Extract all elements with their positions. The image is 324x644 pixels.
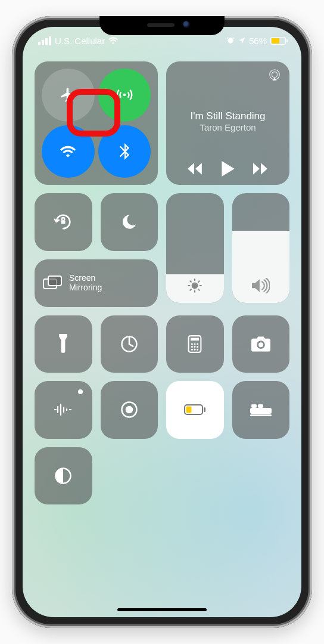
- svg-point-12: [197, 343, 198, 345]
- voice-memo-button[interactable]: [35, 381, 92, 439]
- media-module[interactable]: I'm Still Standing Taron Egerton: [166, 61, 289, 185]
- song-title: I'm Still Standing: [175, 110, 281, 122]
- screen-mirroring-label-2: Mirroring: [69, 283, 102, 292]
- airplay-icon[interactable]: [268, 69, 281, 82]
- carrier-label: U.S. Cellular: [55, 36, 105, 46]
- phone-frame: U.S. Cellular 56%: [12, 16, 312, 628]
- svg-rect-9: [191, 338, 199, 340]
- svg-rect-24: [250, 408, 272, 414]
- svg-rect-22: [204, 407, 205, 412]
- svg-point-16: [191, 348, 193, 350]
- svg-rect-25: [250, 414, 272, 416]
- control-center: I'm Still Standing Taron Egerton: [23, 27, 301, 617]
- svg-point-10: [191, 343, 193, 345]
- wifi-status-icon: [108, 37, 118, 44]
- battery-icon: [270, 37, 286, 45]
- sleep-mode-button[interactable]: [232, 381, 290, 439]
- flashlight-button[interactable]: [35, 315, 92, 373]
- timer-button[interactable]: [101, 315, 158, 373]
- svg-rect-6: [48, 276, 61, 286]
- svg-point-13: [191, 346, 193, 348]
- calculator-button[interactable]: [166, 315, 224, 373]
- do-not-disturb-button[interactable]: [101, 193, 158, 251]
- low-power-mode-button[interactable]: [166, 381, 224, 439]
- svg-rect-26: [251, 404, 257, 408]
- previous-track-button[interactable]: [188, 163, 203, 175]
- wifi-toggle[interactable]: [42, 125, 95, 178]
- svg-point-18: [197, 348, 198, 350]
- svg-point-0: [123, 94, 126, 97]
- screen: U.S. Cellular 56%: [23, 27, 301, 617]
- volume-icon: [232, 278, 290, 293]
- cell-signal-icon: [38, 36, 51, 45]
- svg-point-2: [272, 72, 277, 78]
- svg-point-20: [126, 406, 133, 414]
- svg-rect-3: [61, 220, 66, 224]
- screen-mirroring-label-1: Screen: [69, 274, 102, 283]
- airplane-mode-toggle[interactable]: [42, 69, 95, 122]
- svg-point-14: [194, 346, 196, 348]
- cellular-data-toggle[interactable]: [98, 69, 151, 122]
- connectivity-module[interactable]: [35, 61, 158, 185]
- svg-point-17: [194, 348, 196, 350]
- screen-mirroring-icon: [43, 275, 62, 291]
- screen-record-button[interactable]: [101, 381, 158, 439]
- brightness-icon: [166, 278, 224, 293]
- dark-mode-button[interactable]: [35, 447, 92, 505]
- home-indicator[interactable]: [117, 608, 207, 611]
- svg-rect-27: [258, 404, 263, 408]
- volume-slider[interactable]: [232, 193, 290, 303]
- bluetooth-toggle[interactable]: [98, 125, 151, 178]
- alarm-icon: [226, 36, 235, 45]
- screen-mirroring-button[interactable]: Screen Mirroring: [35, 259, 158, 307]
- svg-point-4: [192, 283, 198, 289]
- battery-pct-label: 56%: [249, 36, 267, 46]
- camera-button[interactable]: [232, 315, 290, 373]
- brightness-slider[interactable]: [166, 193, 224, 303]
- svg-rect-23: [186, 407, 192, 413]
- notification-dot: [78, 389, 83, 394]
- notch: [99, 16, 225, 35]
- svg-point-15: [197, 346, 198, 348]
- play-button[interactable]: [222, 161, 235, 177]
- next-track-button[interactable]: [253, 163, 269, 175]
- artist-name: Taron Egerton: [175, 122, 281, 134]
- orientation-lock-button[interactable]: [35, 193, 92, 251]
- svg-point-11: [194, 343, 196, 345]
- location-icon: [238, 37, 245, 44]
